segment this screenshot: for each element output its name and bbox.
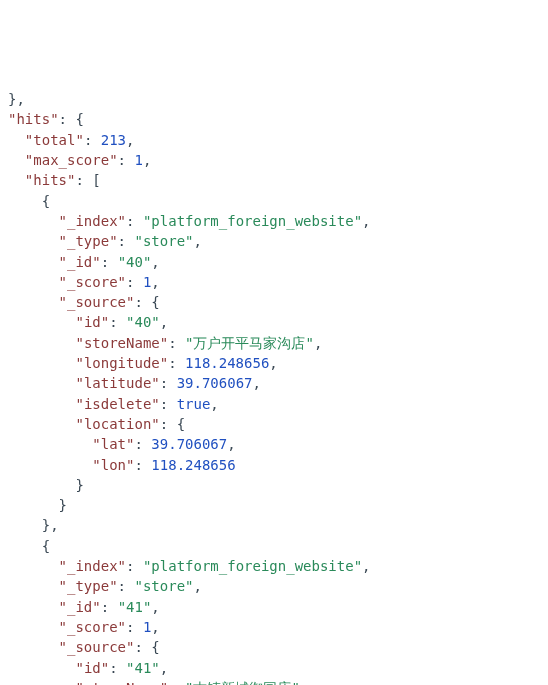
json-code-viewer: }, "hits": { "total": 213, "max_score": … bbox=[8, 89, 540, 685]
val-isdel-0: true bbox=[177, 396, 211, 412]
val-storename-1: 古镇新城御园店 bbox=[193, 680, 291, 685]
key-lat: lat bbox=[101, 436, 126, 452]
val-total: 213 bbox=[101, 132, 126, 148]
key-id: _id bbox=[67, 254, 92, 270]
key-storename: storeName bbox=[84, 680, 160, 685]
key-score: _score bbox=[67, 274, 118, 290]
val-storename-0: 万户开平马家沟店 bbox=[193, 335, 305, 351]
key-hits: hits bbox=[16, 111, 50, 127]
key-id: _id bbox=[67, 599, 92, 615]
val-type-1: store bbox=[143, 578, 185, 594]
val-src-id-1: 41 bbox=[134, 660, 151, 676]
key-type: _type bbox=[67, 578, 109, 594]
key-lon: lon bbox=[101, 457, 126, 473]
key-longitude: longitude bbox=[84, 355, 160, 371]
val-loclat-0: 39.706067 bbox=[151, 436, 227, 452]
key-type: _type bbox=[67, 233, 109, 249]
key-source: _source bbox=[67, 294, 126, 310]
key-src-id: id bbox=[84, 314, 101, 330]
key-src-id: id bbox=[84, 660, 101, 676]
key-index: _index bbox=[67, 558, 118, 574]
key-hits-arr: hits bbox=[33, 172, 67, 188]
val-index-0: platform_foreign_website bbox=[151, 213, 353, 229]
key-isdelete: isdelete bbox=[84, 396, 151, 412]
key-score: _score bbox=[67, 619, 118, 635]
val-index-1: platform_foreign_website bbox=[151, 558, 353, 574]
key-total: total bbox=[33, 132, 75, 148]
val-loclon-0: 118.248656 bbox=[151, 457, 235, 473]
val-max-score: 1 bbox=[134, 152, 142, 168]
key-latitude: latitude bbox=[84, 375, 151, 391]
key-source: _source bbox=[67, 639, 126, 655]
val-lat-0: 39.706067 bbox=[177, 375, 253, 391]
val-type-0: store bbox=[143, 233, 185, 249]
key-storename: storeName bbox=[84, 335, 160, 351]
val-id-0: 40 bbox=[126, 254, 143, 270]
key-location: location bbox=[84, 416, 151, 432]
val-src-id-0: 40 bbox=[134, 314, 151, 330]
val-lon-0: 118.248656 bbox=[185, 355, 269, 371]
key-index: _index bbox=[67, 213, 118, 229]
key-max-score: max_score bbox=[33, 152, 109, 168]
val-id-1: 41 bbox=[126, 599, 143, 615]
